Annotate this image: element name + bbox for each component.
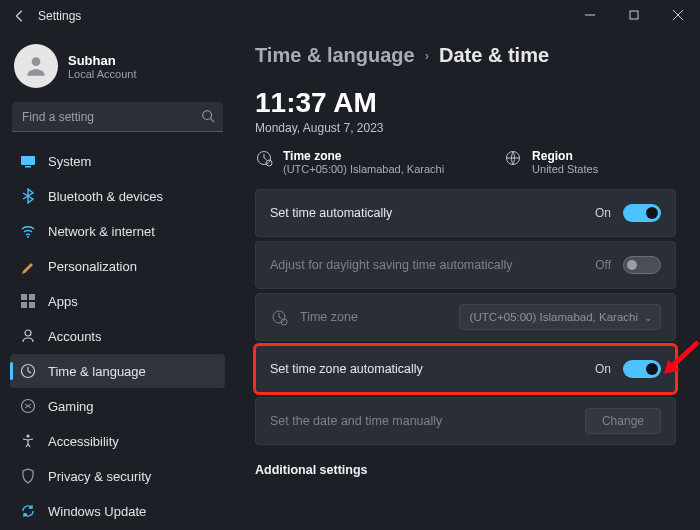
user-subtitle: Local Account	[68, 68, 137, 80]
card-label: Adjust for daylight saving time automati…	[270, 258, 512, 272]
svg-point-4	[32, 57, 41, 66]
nav-label: Privacy & security	[48, 469, 151, 484]
svg-point-5	[203, 111, 212, 120]
bluetooth-icon	[20, 188, 36, 204]
svg-point-14	[25, 330, 31, 336]
nav-gaming[interactable]: Gaming	[10, 389, 225, 423]
card-set-time-auto: Set time automatically On	[255, 189, 676, 237]
window-title: Settings	[38, 9, 81, 23]
breadcrumb-root[interactable]: Time & language	[255, 44, 415, 67]
nav-system[interactable]: System	[10, 144, 225, 178]
apps-icon	[20, 293, 36, 309]
current-time: 11:37 AM	[255, 87, 676, 119]
personalization-icon	[20, 258, 36, 274]
nav-label: Accounts	[48, 329, 101, 344]
update-icon	[20, 503, 36, 519]
timezone-row-icon	[270, 308, 288, 326]
card-set-tz-auto: Set time zone automatically On	[255, 345, 676, 393]
timezone-dropdown: (UTC+05:00) Islamabad, Karachi ⌄	[459, 304, 661, 330]
accessibility-icon	[20, 433, 36, 449]
additional-settings-header: Additional settings	[255, 463, 676, 477]
main-content: Time & language › Date & time 11:37 AM M…	[235, 32, 700, 530]
system-icon	[20, 153, 36, 169]
sidebar: Subhan Local Account System Bluetooth & …	[0, 32, 235, 530]
back-button[interactable]	[6, 2, 34, 30]
svg-line-6	[211, 119, 215, 123]
search-icon	[201, 109, 215, 123]
nav-label: Apps	[48, 294, 78, 309]
svg-rect-10	[21, 294, 27, 300]
nav-network[interactable]: Network & internet	[10, 214, 225, 248]
toggle-set-time-auto[interactable]	[623, 204, 661, 222]
timezone-value: (UTC+05:00) Islamabad, Karachi	[283, 163, 444, 175]
maximize-button[interactable]	[612, 0, 656, 30]
user-profile[interactable]: Subhan Local Account	[10, 40, 225, 102]
network-icon	[20, 223, 36, 239]
chevron-down-icon: ⌄	[644, 312, 652, 323]
svg-point-19	[266, 160, 272, 166]
accounts-icon	[20, 328, 36, 344]
nav-label: Personalization	[48, 259, 137, 274]
card-label: Set the date and time manually	[270, 414, 442, 428]
svg-point-9	[27, 236, 29, 238]
region-icon	[504, 149, 522, 175]
nav-windows-update[interactable]: Windows Update	[10, 494, 225, 528]
chevron-right-icon: ›	[425, 48, 429, 63]
privacy-icon	[20, 468, 36, 484]
nav-label: Windows Update	[48, 504, 146, 519]
current-date: Monday, August 7, 2023	[255, 121, 676, 135]
timezone-selected: (UTC+05:00) Islamabad, Karachi	[470, 311, 638, 323]
svg-point-17	[26, 434, 29, 437]
svg-rect-8	[25, 166, 31, 168]
card-dst-auto: Adjust for daylight saving time automati…	[255, 241, 676, 289]
gaming-icon	[20, 398, 36, 414]
time-language-icon	[20, 363, 36, 379]
toggle-state: On	[595, 206, 611, 220]
region-value: United States	[532, 163, 598, 175]
svg-rect-13	[29, 302, 35, 308]
card-set-manual: Set the date and time manually Change	[255, 397, 676, 445]
nav-apps[interactable]: Apps	[10, 284, 225, 318]
annotation-arrow	[658, 338, 700, 380]
nav-label: Accessibility	[48, 434, 119, 449]
timezone-icon	[255, 149, 273, 175]
region-label: Region	[532, 149, 598, 163]
toggle-state: On	[595, 362, 611, 376]
nav-label: Gaming	[48, 399, 94, 414]
user-name: Subhan	[68, 53, 137, 68]
svg-rect-1	[630, 11, 638, 19]
nav-list: System Bluetooth & devices Network & int…	[10, 144, 225, 528]
change-button: Change	[585, 408, 661, 434]
nav-privacy[interactable]: Privacy & security	[10, 459, 225, 493]
nav-label: Bluetooth & devices	[48, 189, 163, 204]
nav-time-language[interactable]: Time & language	[10, 354, 225, 388]
toggle-set-tz-auto[interactable]	[623, 360, 661, 378]
svg-rect-11	[29, 294, 35, 300]
search-input[interactable]	[12, 102, 223, 132]
toggle-state: Off	[595, 258, 611, 272]
close-button[interactable]	[656, 0, 700, 30]
toggle-dst-auto	[623, 256, 661, 274]
minimize-button[interactable]	[568, 0, 612, 30]
timezone-label: Time zone	[283, 149, 444, 163]
nav-bluetooth[interactable]: Bluetooth & devices	[10, 179, 225, 213]
svg-rect-7	[21, 156, 35, 165]
card-label: Set time automatically	[270, 206, 392, 220]
svg-rect-12	[21, 302, 27, 308]
nav-accessibility[interactable]: Accessibility	[10, 424, 225, 458]
nav-label: Network & internet	[48, 224, 155, 239]
card-label: Set time zone automatically	[270, 362, 423, 376]
card-label: Time zone	[300, 310, 358, 324]
nav-personalization[interactable]: Personalization	[10, 249, 225, 283]
breadcrumb-leaf: Date & time	[439, 44, 549, 67]
nav-label: Time & language	[48, 364, 146, 379]
breadcrumb: Time & language › Date & time	[255, 44, 676, 67]
nav-label: System	[48, 154, 91, 169]
nav-accounts[interactable]: Accounts	[10, 319, 225, 353]
avatar	[14, 44, 58, 88]
card-time-zone: Time zone (UTC+05:00) Islamabad, Karachi…	[255, 293, 676, 341]
